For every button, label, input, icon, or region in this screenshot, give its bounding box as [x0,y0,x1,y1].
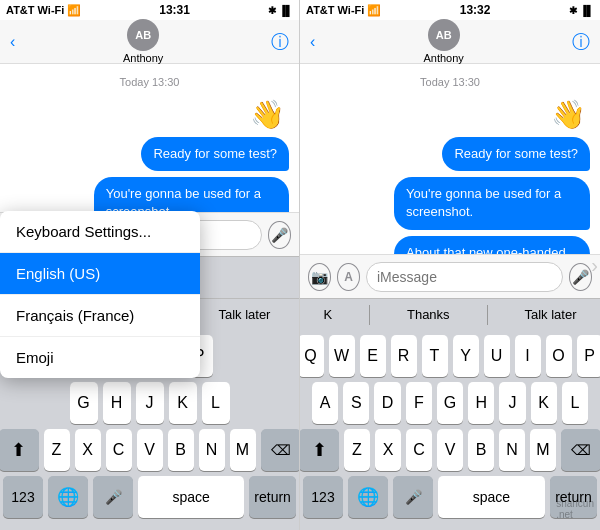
left-key-G[interactable]: G [70,382,98,424]
ks-english[interactable]: English (US) [0,253,200,295]
left-key-row-2: G H J K L [0,377,299,424]
right-appstore-button[interactable]: A [337,263,360,291]
left-key-space[interactable]: space [138,476,244,518]
right-key-G[interactable]: G [437,382,463,424]
right-key-space[interactable]: space [438,476,545,518]
right-pred-3[interactable]: Talk later [514,303,586,326]
left-key-return[interactable]: return [249,476,296,518]
left-kb-bottom [0,524,299,530]
right-avatar: AB [428,19,460,51]
left-key-C[interactable]: C [106,429,132,471]
right-status-right: ✱ ▐▌ [569,5,594,16]
left-nav-center[interactable]: AB Anthony [123,19,163,64]
right-key-return[interactable]: return [550,476,597,518]
left-key-N[interactable]: N [199,429,225,471]
right-key-V[interactable]: V [437,429,463,471]
left-battery-icon: ▐▌ [279,5,293,16]
ks-francais[interactable]: Français (France) [0,295,200,337]
right-key-F[interactable]: F [406,382,432,424]
right-mic-button[interactable]: 🎤 [569,263,592,291]
right-carrier: AT&T Wi-Fi [306,4,364,16]
right-key-numbers[interactable]: 123 [303,476,343,518]
right-status-bar: AT&T Wi-Fi 📶 13:32 ✱ ▐▌ [300,0,600,20]
left-contact-name: Anthony [123,52,163,64]
right-nav-center[interactable]: AB Anthony [423,19,463,64]
right-pred-div-2 [487,305,488,325]
left-info-button[interactable]: ⓘ [271,30,289,54]
right-key-E[interactable]: E [360,335,386,377]
right-key-W[interactable]: W [329,335,355,377]
left-carrier: AT&T Wi-Fi [6,4,64,16]
left-key-B[interactable]: B [168,429,194,471]
right-date-label: Today 13:30 [310,76,590,88]
left-key-shift[interactable]: ⬆ [0,429,39,471]
left-key-J[interactable]: J [136,382,164,424]
left-time: 13:31 [159,3,190,17]
left-bubble-2: You're gonna be used for a screenshot. [94,177,289,212]
ks-emoji[interactable]: Emoji [0,337,200,378]
right-key-mic[interactable]: 🎤 [393,476,433,518]
right-pred-1[interactable]: K [313,303,342,326]
right-status-left: AT&T Wi-Fi 📶 [306,4,381,17]
right-key-row-2: A S D F G H J K L [300,377,600,424]
left-wave-emoji: 👋 [10,98,289,131]
right-key-globe[interactable]: 🌐 [348,476,388,518]
ks-keyboard-settings[interactable]: Keyboard Settings... [0,211,200,253]
left-wifi-icon: 📶 [67,4,81,17]
right-key-D[interactable]: D [374,382,400,424]
right-key-B[interactable]: B [468,429,494,471]
left-key-delete[interactable]: ⌫ [261,429,301,471]
left-key-globe[interactable]: 🌐 [48,476,88,518]
right-pred-2[interactable]: Thanks [397,303,460,326]
right-camera-button[interactable]: 📷 [308,263,331,291]
right-key-O[interactable]: O [546,335,572,377]
right-info-button[interactable]: ⓘ [572,30,590,54]
right-key-shift[interactable]: ⬆ [300,429,339,471]
right-key-K[interactable]: K [531,382,557,424]
right-key-X[interactable]: X [375,429,401,471]
left-key-mic[interactable]: 🎤 [93,476,133,518]
left-key-K[interactable]: K [169,382,197,424]
right-key-J[interactable]: J [499,382,525,424]
left-bluetooth-icon: ✱ [268,5,276,16]
right-key-S[interactable]: S [343,382,369,424]
left-bubble-1: Ready for some test? [141,137,289,171]
left-back-button[interactable]: ‹ [10,33,15,51]
right-chevron-icon: › [591,254,598,277]
left-key-numbers[interactable]: 123 [3,476,43,518]
right-bubble-1: Ready for some test? [442,137,590,171]
right-key-L[interactable]: L [562,382,588,424]
right-key-delete[interactable]: ⌫ [561,429,600,471]
right-key-Y[interactable]: Y [453,335,479,377]
left-key-M[interactable]: M [230,429,256,471]
right-key-N[interactable]: N [499,429,525,471]
left-status-bar: AT&T Wi-Fi 📶 13:31 ✱ ▐▌ [0,0,299,20]
left-panel: AT&T Wi-Fi 📶 13:31 ✱ ▐▌ ‹ AB Anthony ⓘ T… [0,0,300,530]
right-key-M[interactable]: M [530,429,556,471]
left-key-L[interactable]: L [202,382,230,424]
right-key-Q[interactable]: Q [300,335,324,377]
left-key-H[interactable]: H [103,382,131,424]
right-key-P[interactable]: P [577,335,601,377]
right-contact-name: Anthony [423,52,463,64]
right-key-I[interactable]: I [515,335,541,377]
right-key-H[interactable]: H [468,382,494,424]
left-status-right: ✱ ▐▌ [268,5,293,16]
right-nav-bar: ‹ AB Anthony ⓘ [300,20,600,64]
left-key-X[interactable]: X [75,429,101,471]
right-key-A[interactable]: A [312,382,338,424]
left-mic-button[interactable]: 🎤 [268,221,291,249]
left-key-V[interactable]: V [137,429,163,471]
right-key-C[interactable]: C [406,429,432,471]
left-pred-3[interactable]: Talk later [208,303,280,326]
right-key-Z[interactable]: Z [344,429,370,471]
left-key-Z[interactable]: Z [44,429,70,471]
right-key-row-1: Q W E R T Y U I O P [300,330,600,377]
right-message-input[interactable] [366,262,563,292]
right-key-R[interactable]: R [391,335,417,377]
right-key-T[interactable]: T [422,335,448,377]
right-bubble-3: About that new one-handed keyboard.... [394,236,590,254]
right-wifi-icon: 📶 [367,4,381,17]
right-back-button[interactable]: ‹ [310,33,315,51]
right-key-U[interactable]: U [484,335,510,377]
